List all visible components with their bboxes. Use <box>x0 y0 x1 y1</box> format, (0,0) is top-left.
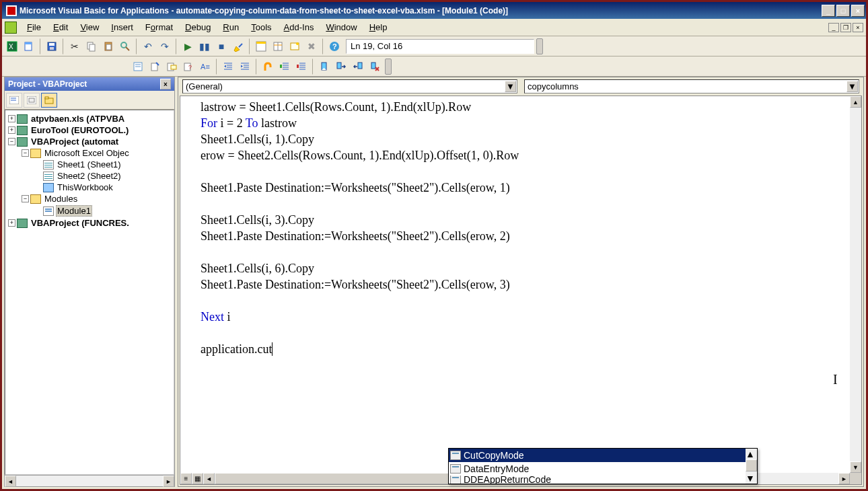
svg-text:?: ? <box>188 64 192 71</box>
collapse-icon[interactable]: − <box>8 138 15 145</box>
tree-module1[interactable]: Module1 <box>56 205 92 217</box>
intellisense-item[interactable]: CutCopyMode <box>449 449 757 462</box>
menu-tools[interactable]: Tools <box>245 21 277 34</box>
scroll-down-button[interactable]: ▼ <box>850 461 861 473</box>
object-browser-button[interactable] <box>287 38 303 54</box>
scroll-up-button[interactable]: ▲ <box>850 96 861 108</box>
code-vscrollbar[interactable]: ▲ ▼ <box>850 96 861 473</box>
tree-sheet2[interactable]: Sheet2 (Sheet2) <box>56 171 122 181</box>
chevron-down-icon[interactable]: ▼ <box>505 81 516 92</box>
collapse-icon[interactable]: − <box>22 195 29 202</box>
next-bookmark-button[interactable] <box>333 59 349 75</box>
scroll-left-button[interactable]: ◄ <box>203 473 215 484</box>
intellisense-item[interactable]: DataEntryMode <box>449 462 757 476</box>
expand-icon[interactable]: + <box>8 219 15 227</box>
procedure-view-button[interactable]: ≡ <box>180 473 192 484</box>
cut-button[interactable]: ✂ <box>67 38 83 54</box>
minimize-button[interactable]: _ <box>822 5 835 17</box>
menu-format[interactable]: Format <box>139 21 179 34</box>
indent-button[interactable] <box>220 59 236 75</box>
toggle-bookmark-button[interactable] <box>316 59 332 75</box>
tree-sheet1[interactable]: Sheet1 (Sheet1) <box>56 159 122 169</box>
view-code-button[interactable] <box>6 93 22 108</box>
list-properties-button[interactable] <box>130 59 146 75</box>
close-button[interactable]: × <box>851 5 865 17</box>
intellisense-popup[interactable]: CutCopyMode DataEntryMode DDEAppReturnCo… <box>448 448 758 484</box>
help-button[interactable]: ? <box>326 38 342 54</box>
toolbar-overflow[interactable] <box>536 38 543 54</box>
tree-project-funcres[interactable]: VBAProject (FUNCRES. <box>30 218 131 228</box>
doc-restore-button[interactable]: ❐ <box>840 23 851 32</box>
redo-button[interactable]: ↷ <box>157 38 173 54</box>
tree-folder-modules[interactable]: Modules <box>43 194 79 204</box>
menu-debug[interactable]: Debug <box>179 21 217 34</box>
paste-button[interactable] <box>100 38 116 54</box>
undo-button[interactable]: ↶ <box>140 38 156 54</box>
scroll-left-button[interactable]: ◄ <box>5 476 16 487</box>
object-dropdown[interactable]: (General) ▼ <box>182 79 517 93</box>
comment-block-button[interactable] <box>277 59 293 75</box>
properties-button[interactable] <box>270 38 286 54</box>
chevron-down-icon[interactable]: ▼ <box>846 81 858 92</box>
menu-view[interactable]: View <box>74 21 105 34</box>
tree-project-vba[interactable]: VBAProject (automat <box>30 137 120 147</box>
scroll-down-button[interactable]: ▼ <box>746 473 757 484</box>
toggle-folders-button[interactable] <box>41 93 57 108</box>
full-module-view-button[interactable]: ▦ <box>192 473 203 484</box>
run-button[interactable]: ▶ <box>180 38 196 54</box>
menu-file[interactable]: File <box>21 21 47 34</box>
toolbox-button[interactable]: ✖ <box>303 38 320 54</box>
scroll-up-button[interactable]: ▲ <box>746 449 757 459</box>
scroll-right-button[interactable]: ► <box>838 473 850 484</box>
break-button[interactable]: ▮▮ <box>196 38 213 54</box>
view-excel-button[interactable]: X <box>4 38 20 54</box>
project-explorer-button[interactable] <box>253 38 269 54</box>
list-constants-button[interactable] <box>147 59 163 75</box>
expand-icon[interactable]: + <box>8 115 15 122</box>
parameter-info-button[interactable]: ? <box>180 59 196 75</box>
toggle-breakpoint-button[interactable] <box>260 59 276 75</box>
svg-text:?: ? <box>332 42 337 50</box>
save-button[interactable] <box>44 38 60 54</box>
svg-rect-60 <box>29 98 34 102</box>
project-close-button[interactable]: × <box>160 79 171 89</box>
toolbar-edit: ? A≡ <box>2 56 866 77</box>
design-mode-button[interactable] <box>230 38 246 54</box>
toolbar2-overflow[interactable] <box>385 59 392 75</box>
menu-insert[interactable]: Insert <box>105 21 139 34</box>
complete-word-button[interactable]: A≡ <box>197 59 213 75</box>
collapse-icon[interactable]: − <box>22 149 29 157</box>
clear-bookmarks-button[interactable] <box>367 59 383 75</box>
restore-button[interactable]: □ <box>836 5 850 17</box>
project-tree[interactable]: +atpvbaen.xls (ATPVBA +EuroTool (EUROTOO… <box>5 110 174 475</box>
tree-project-eurotool[interactable]: EuroTool (EUROTOOL.) <box>30 125 130 135</box>
insert-module-button[interactable] <box>21 38 37 54</box>
tree-thisworkbook[interactable]: ThisWorkbook <box>56 182 114 192</box>
quick-info-button[interactable] <box>164 59 180 75</box>
doc-minimize-button[interactable]: _ <box>828 23 839 32</box>
menu-window[interactable]: Window <box>320 21 363 34</box>
intellisense-scrollbar[interactable]: ▲ ▼ <box>746 449 757 484</box>
find-button[interactable] <box>117 38 133 54</box>
view-object-button[interactable] <box>24 93 40 108</box>
menu-addins[interactable]: Add-Ins <box>278 21 320 34</box>
scroll-right-button[interactable]: ► <box>163 476 174 487</box>
reset-button[interactable]: ■ <box>213 38 229 54</box>
tree-project-atpvbaen[interactable]: atpvbaen.xls (ATPVBA <box>30 114 126 124</box>
procedure-dropdown[interactable]: copycolumns ▼ <box>524 79 859 93</box>
expand-icon[interactable]: + <box>8 126 15 134</box>
project-hscrollbar[interactable]: ◄ ► <box>5 475 174 486</box>
doc-close-button[interactable]: × <box>853 23 863 32</box>
intellisense-item[interactable]: DDEAppReturnCode <box>449 476 757 484</box>
code-editor[interactable]: lastrow = Sheet1.Cells(Rows.Count, 1).En… <box>180 96 850 473</box>
outdent-button[interactable] <box>237 59 253 75</box>
scroll-thumb[interactable] <box>746 459 757 471</box>
tree-folder-excel-objects[interactable]: Microsoft Excel Objec <box>43 148 131 158</box>
prev-bookmark-button[interactable] <box>350 59 366 75</box>
copy-button[interactable] <box>83 38 100 54</box>
menu-help[interactable]: Help <box>363 21 394 34</box>
menu-run[interactable]: Run <box>217 21 245 34</box>
menu-edit[interactable]: Edit <box>47 21 74 34</box>
svg-rect-44 <box>280 65 282 68</box>
uncomment-block-button[interactable] <box>293 59 310 75</box>
